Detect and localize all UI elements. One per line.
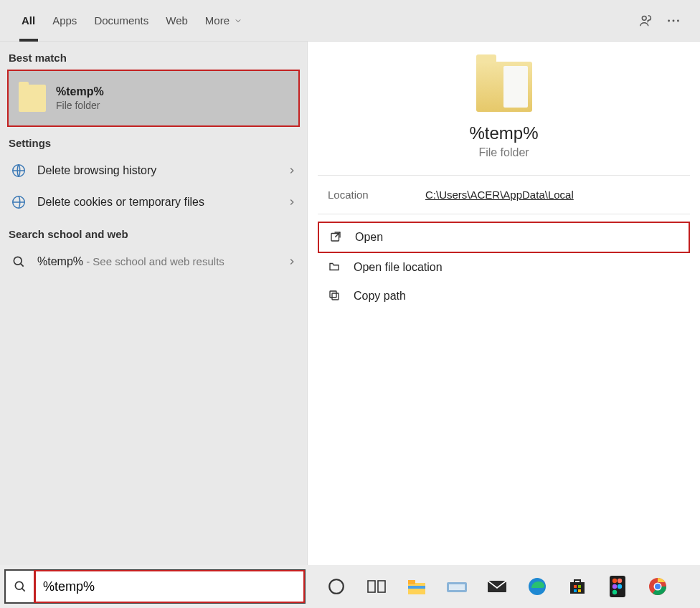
chevron-right-icon	[287, 166, 297, 176]
svg-rect-25	[578, 585, 581, 588]
tab-more[interactable]: More	[197, 0, 251, 42]
task-view-icon[interactable]	[364, 574, 389, 599]
feedback-icon	[638, 13, 654, 29]
chevron-right-icon	[287, 197, 297, 207]
search-web-header: Search school and web	[0, 218, 307, 246]
globe-gear-icon	[10, 194, 27, 211]
taskbar: %temp%	[0, 565, 700, 608]
svg-point-36	[655, 584, 661, 589]
svg-point-32	[618, 584, 622, 589]
globe-refresh-icon	[10, 162, 27, 179]
edge-icon[interactable]	[525, 574, 549, 599]
svg-rect-20	[449, 584, 465, 590]
taskbar-search[interactable]: %temp%	[4, 569, 306, 604]
search-icon	[6, 571, 34, 602]
search-results-body: Best match %temp% File folder Settings D…	[0, 42, 700, 565]
microsoft-store-icon[interactable]	[565, 574, 590, 599]
svg-rect-10	[330, 291, 336, 298]
folder-icon	[476, 62, 532, 112]
results-list: Best match %temp% File folder Settings D…	[0, 42, 307, 565]
svg-point-1	[668, 19, 670, 22]
keyboard-icon[interactable]	[445, 574, 469, 599]
search-input[interactable]: %temp%	[34, 571, 304, 602]
location-link[interactable]: C:\Users\ACER\AppData\Local	[425, 189, 574, 201]
preview-pane: %temp% File folder Location C:\Users\ACE…	[307, 42, 700, 565]
preview-title: %temp%	[469, 123, 538, 143]
mail-icon[interactable]	[485, 574, 509, 599]
chevron-down-icon	[234, 16, 242, 25]
tab-all[interactable]: All	[13, 0, 44, 42]
svg-point-0	[642, 16, 646, 20]
search-filter-tabs: All Apps Documents Web More	[0, 0, 700, 42]
svg-rect-17	[408, 580, 415, 584]
svg-point-3	[677, 19, 679, 22]
svg-point-31	[612, 584, 617, 589]
best-match-result[interactable]: %temp% File folder	[7, 70, 300, 127]
svg-point-29	[612, 579, 617, 583]
search-icon	[10, 253, 27, 270]
svg-rect-9	[332, 293, 339, 300]
folder-open-icon	[328, 260, 342, 275]
taskbar-apps	[310, 574, 700, 599]
best-match-subtitle: File folder	[56, 100, 104, 111]
open-file-location-action[interactable]: Open file location	[318, 253, 690, 282]
feedback-button[interactable]	[633, 7, 660, 34]
best-match-title: %temp%	[56, 85, 104, 98]
file-explorer-icon[interactable]	[405, 574, 429, 599]
svg-rect-18	[408, 586, 425, 589]
svg-rect-26	[574, 589, 577, 592]
svg-rect-27	[578, 589, 581, 592]
svg-rect-23	[570, 582, 585, 594]
chevron-right-icon	[287, 257, 297, 267]
svg-rect-24	[574, 585, 577, 588]
svg-rect-14	[368, 581, 375, 592]
settings-header: Settings	[0, 127, 307, 155]
ellipsis-icon	[666, 13, 681, 29]
folder-icon	[19, 85, 46, 112]
copy-icon	[328, 289, 342, 303]
cortana-icon[interactable]	[324, 574, 349, 599]
chrome-icon[interactable]	[645, 574, 670, 599]
figma-icon[interactable]	[605, 574, 630, 599]
open-icon	[329, 230, 344, 244]
svg-point-13	[329, 579, 344, 594]
tab-web[interactable]: Web	[157, 0, 197, 42]
svg-line-12	[22, 589, 25, 592]
settings-item-label: Delete browsing history	[37, 164, 277, 177]
location-label: Location	[328, 189, 425, 201]
web-search-result[interactable]: %temp% - See school and web results	[0, 246, 307, 277]
svg-point-30	[618, 579, 622, 583]
tab-documents[interactable]: Documents	[85, 0, 157, 42]
svg-point-33	[612, 590, 617, 594]
svg-point-2	[673, 19, 675, 22]
web-search-label: %temp% - See school and web results	[37, 255, 277, 268]
more-options-button[interactable]	[660, 7, 687, 34]
open-action[interactable]: Open	[318, 222, 690, 253]
preview-subtitle: File folder	[478, 146, 529, 159]
svg-rect-15	[378, 581, 385, 592]
copy-path-label: Copy path	[354, 290, 406, 303]
svg-line-7	[21, 264, 24, 267]
tab-apps[interactable]: Apps	[44, 0, 85, 42]
location-row: Location C:\Users\ACER\AppData\Local	[308, 176, 700, 214]
open-label: Open	[355, 231, 383, 244]
copy-path-action[interactable]: Copy path	[318, 282, 690, 310]
settings-item-label: Delete cookies or temporary files	[37, 196, 277, 209]
svg-point-6	[14, 257, 22, 265]
open-file-location-label: Open file location	[354, 261, 443, 274]
best-match-header: Best match	[0, 42, 307, 70]
svg-point-11	[15, 581, 23, 589]
settings-item-delete-history[interactable]: Delete browsing history	[0, 155, 307, 186]
settings-item-delete-cookies[interactable]: Delete cookies or temporary files	[0, 186, 307, 218]
